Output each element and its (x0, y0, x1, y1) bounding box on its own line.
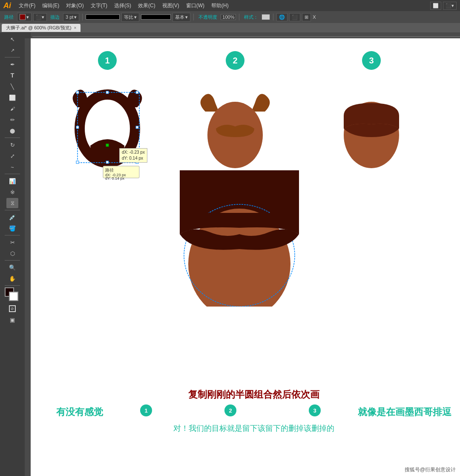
stroke-type-btn[interactable]: ⬛▾ (33, 13, 47, 21)
text-line2-pre: 有没有感觉 (56, 406, 103, 419)
menu-window[interactable]: 窗口(W) (184, 1, 207, 10)
ruler-top (25, 32, 460, 38)
svg-rect-3 (76, 91, 79, 94)
tool-sep4 (5, 210, 20, 210)
tool-symbol[interactable]: ※ (6, 187, 18, 197)
sep2 (193, 14, 194, 20)
toolbar: 路径 ▾ ⬛▾ 描边 3 pt▾ 等比▾ 基本▾ 不透明度 样式： 🌐 ⬛ ⊞ … (0, 11, 460, 23)
tool-line[interactable]: ╲ (6, 81, 18, 92)
path-label: 路径 (3, 14, 15, 20)
step3-illustration (329, 73, 414, 171)
step3-circle: 3 (362, 51, 381, 70)
menubar: Ai 文件(F) 编辑(E) 对象(O) 文字(T) 选择(S) 效果(C) 视… (0, 0, 460, 11)
global-btn[interactable]: 🌐 (276, 13, 288, 21)
opacity-label: 不透明度 (197, 14, 219, 20)
text-line3: 对！我们的目标就是留下该留下的删掉该删掉的 (56, 423, 451, 433)
tool-pen[interactable]: ✒ (6, 59, 18, 69)
tool-eraser[interactable]: ⬡ (6, 248, 18, 258)
stroke-label: 描边 (49, 14, 61, 20)
menu-text[interactable]: 文字(T) (88, 1, 110, 10)
menu-view[interactable]: 视图(V) (160, 1, 182, 10)
step1-circle: 1 (98, 51, 117, 70)
grid-btn[interactable]: ⊞ (302, 13, 311, 21)
menu-select[interactable]: 选择(S) (112, 1, 134, 10)
tool-warp[interactable]: ~ (6, 162, 18, 172)
sep3 (239, 14, 239, 20)
tool-blob[interactable]: ⬤ (6, 126, 18, 136)
none-swatch[interactable]: ⊘ (9, 305, 16, 312)
delta-x: dX: -0.23 px (122, 149, 145, 155)
tool-sep2 (5, 138, 20, 138)
tool-paintbucket[interactable]: 🪣 (6, 223, 18, 233)
tool-pencil[interactable]: ✏ (6, 115, 18, 125)
step4-wrapper (150, 170, 329, 308)
svg-rect-4 (106, 91, 109, 94)
tool-zoom[interactable]: 🔍 (6, 262, 18, 272)
text-line2: 有没有感觉 1 2 3 就像是在画墨西哥排逗 (56, 404, 451, 420)
tool-rotate[interactable]: ↻ (6, 140, 18, 150)
text-line1: 复制刚刚的半圆组合然后依次画 (56, 388, 451, 401)
tool-scissors[interactable]: ✂ (6, 237, 18, 247)
document-tab[interactable]: 大狮子.ai* @ 600% (RGB/预览) × (2, 24, 80, 32)
tool-scale[interactable]: ⤢ (6, 151, 18, 161)
ruler-corner (25, 32, 31, 38)
svg-rect-5 (136, 91, 138, 94)
tabbar: 大狮子.ai* @ 600% (RGB/预览) × (0, 23, 460, 32)
stroke-preview2 (141, 14, 171, 20)
tool-eyedropper[interactable]: 💉 (6, 212, 18, 222)
background-color[interactable] (9, 292, 18, 301)
svg-rect-9 (106, 161, 109, 163)
tool-sep6 (5, 260, 20, 261)
tool-sep1 (5, 57, 20, 57)
step3-wrapper: 3 (329, 51, 414, 173)
main-area: ↖ ↗ ✒ T ╲ ⬜ 🖌 ✏ ⬤ ↻ ⤢ ~ 📊 ※ ⧖ 💉 🪣 ✂ ⬡ 🔍 … (0, 32, 460, 476)
tool-sep7 (5, 285, 20, 286)
menu-effect[interactable]: 效果(C) (135, 1, 158, 10)
menu-object[interactable]: 对象(O) (63, 1, 86, 10)
tool-blend[interactable]: ⧖ (6, 198, 18, 208)
layout-btn1[interactable]: ⬜ (430, 2, 441, 10)
tool-artboard[interactable]: ▣ (6, 315, 18, 325)
menu-edit[interactable]: 编辑(E) (40, 1, 62, 10)
inline-step3: 3 (309, 404, 321, 416)
app-logo: Ai (3, 1, 11, 10)
menu-file[interactable]: 文件(F) (16, 1, 38, 10)
sep4 (273, 14, 273, 20)
svg-rect-6 (76, 126, 79, 129)
tool-sep5 (5, 235, 20, 235)
opacity-input[interactable] (221, 14, 236, 20)
svg-text:路径: 路径 (105, 168, 114, 172)
tool-direct-select[interactable]: ↗ (6, 45, 18, 55)
line-style2-btn[interactable]: 基本▾ (172, 13, 190, 22)
step2-wrapper: 2 (193, 51, 278, 173)
ruler-marks (32, 32, 460, 38)
tool-sep3 (5, 174, 20, 174)
line-style-btn[interactable]: 等比▾ (121, 13, 139, 22)
inline-step2: 2 (224, 404, 236, 416)
arrange-btn[interactable]: ⬛ (289, 13, 300, 21)
menu-help[interactable]: 帮助(H) (209, 1, 231, 10)
tab-close-icon[interactable]: × (74, 26, 77, 30)
tool-shape[interactable]: ⬜ (6, 92, 18, 103)
style-swatch[interactable] (262, 14, 270, 20)
layout-btn2[interactable]: ⬛▾ (443, 2, 457, 10)
bottom-text-area: 复制刚刚的半圆组合然后依次画 有没有感觉 1 2 3 就像是在画墨西哥排逗 对！… (56, 388, 451, 433)
style-label: 样式： (242, 14, 260, 20)
svg-rect-15 (106, 144, 109, 146)
tool-type[interactable]: T (6, 70, 18, 80)
tool-select-arrow[interactable]: ↖ (6, 34, 18, 44)
stroke-width-btn[interactable]: 3 pt▾ (63, 13, 79, 21)
delta-y: dY: 0.14 px (122, 155, 145, 161)
tool-paintbrush[interactable]: 🖌 (6, 103, 18, 114)
tool-graph[interactable]: 📊 (6, 176, 18, 186)
step4-illustration (150, 170, 329, 307)
svg-text:dY: 0.14 px: dY: 0.14 px (105, 176, 125, 181)
x-label: X (313, 14, 316, 20)
watermark: 搜狐号@衍果创意设计 (405, 466, 456, 473)
ruler-left (25, 38, 31, 476)
white-canvas: 1 (31, 38, 460, 476)
tool-hand[interactable]: ✋ (6, 273, 18, 284)
sep1 (82, 14, 83, 20)
tab-title: 大狮子.ai* @ 600% (RGB/预览) (6, 25, 72, 31)
stroke-color-btn[interactable]: ▾ (17, 13, 32, 21)
